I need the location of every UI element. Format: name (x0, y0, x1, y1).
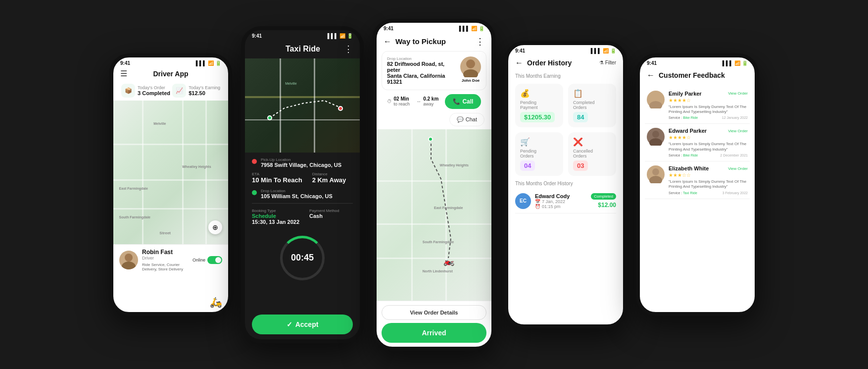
accept-label: Accept (295, 320, 319, 328)
drop-pin (338, 106, 343, 111)
fb-top-1: Emily Parker View Order (669, 91, 748, 97)
filter-btn[interactable]: ⚗ Filter (599, 60, 616, 65)
map-label-wheatley: Wheatley Heights (182, 165, 211, 168)
status-bar-5: 9:41 ▌▌▌ 📶 🔋 (640, 57, 755, 67)
drop-val-3: 82 Driftwood Road, st, peter Santa Clara… (387, 61, 456, 85)
view-order-2[interactable]: View Order (728, 129, 748, 133)
signal-4: ▌▌▌ (591, 48, 601, 53)
signal-icons-5: ▌▌▌ 📶 🔋 (723, 60, 748, 66)
call-button[interactable]: 📞 Call (445, 94, 481, 109)
driver-name-3: John Doe (462, 78, 480, 83)
fb-stars-3: ★★★☆☆ (669, 172, 748, 178)
cal-icon: 📅 (535, 199, 540, 204)
booking-row: Booking Type Schedule 15:30, 13 Jan 2022… (252, 203, 353, 225)
time-5: 9:41 (647, 60, 657, 66)
phone-driver-app: 9:41 ▌▌▌ 📶 🔋 ☰ Driver App 📦 Today's Orde… (109, 53, 232, 316)
signal-icons-1: ▌▌▌ 📶 🔋 (196, 60, 221, 66)
completed-orders-label: CompletedOrders (573, 100, 611, 110)
order-date-1: 📅 7 Jan, 2022 (535, 199, 587, 204)
pending-payment-icon: 💰 (520, 89, 558, 98)
p3-label-1: Wheatley Heights (440, 163, 469, 167)
p2-details: Pick-Up Location 7958 Swift Village, Chi… (245, 153, 360, 310)
more-icon-3[interactable]: ⋮ (476, 36, 484, 47)
arrived-button[interactable]: Arrived (382, 323, 486, 343)
map-label-south: South Farmingdale (119, 215, 150, 219)
distance-val: 2 Km Away (312, 176, 346, 184)
battery-icon: 🔋 (215, 60, 221, 66)
feedback-item-3: Elizabeth White View Order ★★★☆☆ "Lorem … (645, 161, 750, 199)
fb-name-3: Elizabeth White (669, 165, 709, 171)
completed-orders-val: 84 (573, 112, 588, 122)
location-btn[interactable]: ⊕ (208, 220, 222, 234)
accept-button[interactable]: ✓ Accept (252, 315, 353, 334)
payment-label: Payment Method (309, 209, 339, 213)
distance-meta: ↔ 0.2 km away (416, 96, 438, 106)
back-icon-4[interactable]: ← (515, 58, 523, 67)
fb-meta-1: Service : Bike Ride 12 January 2022 (669, 116, 748, 119)
stat-earning: 📈 Today's Earning $12.50 (172, 84, 220, 98)
pickup-row: Pick-Up Location 7958 Swift Village, Chi… (252, 158, 353, 168)
battery-4: 🔋 (610, 48, 616, 53)
checkmark-icon: ✓ (287, 320, 292, 328)
booking-type-val: Schedule (252, 213, 299, 219)
payment-val: Cash (309, 213, 339, 219)
p3-map-path (377, 129, 491, 301)
view-order-3[interactable]: View Order (728, 166, 748, 171)
signal-5: ▌▌▌ (723, 60, 733, 66)
booking-date: 15:30, 13 Jan 2022 (252, 219, 299, 225)
back-icon-5[interactable]: ← (647, 71, 655, 80)
signal-icons-4: ▌▌▌ 📶 🔋 (591, 48, 616, 53)
phone-way-to-pickup: 9:41 ▌▌▌ 📶 🔋 ← Way to Pickup ⋮ Drop Loca… (373, 19, 495, 351)
feedback-list: Emily Parker View Order ★★★★☆ "Lorem Ips… (640, 84, 755, 202)
fb-name-1: Emily Parker (669, 91, 702, 97)
menu-icon[interactable]: ☰ (120, 69, 127, 78)
phone-order-history: 9:41 ▌▌▌ 📶 🔋 ← Order History ⚗ Filter Th… (504, 41, 627, 328)
earning-label: Today's Earning (189, 85, 220, 90)
toggle-switch[interactable] (207, 256, 222, 264)
order-amount-1: $12.00 (598, 202, 616, 209)
fb-text-2: "Lorem Ipsum Is Simply Dummy Text Of The… (669, 142, 748, 152)
cancelled-orders-val: 03 (573, 160, 588, 171)
p1-map: Melville Wheatley Heights East Farmingda… (113, 101, 228, 244)
map-label-street: Street (159, 231, 171, 235)
view-order-1[interactable]: View Order (728, 91, 748, 96)
call-label: Call (462, 98, 473, 105)
p3-start-pin (428, 137, 433, 142)
feedback-avatar-2 (647, 128, 665, 146)
app-title: Driver App (153, 70, 188, 78)
driver-avatar-3 (460, 56, 481, 77)
pending-orders-card: 🛒 PendingOrders 04 (515, 132, 563, 176)
svg-point-0 (125, 254, 133, 262)
eta-row: ETA 10 Min To Reach Distance 2 Km Away (252, 172, 353, 184)
filter-icon: ⚗ (599, 60, 604, 65)
chat-icon: 💬 (457, 116, 464, 123)
status-bar-4: 9:41 ▌▌▌ 📶 🔋 (508, 45, 623, 54)
timer-area: 00:45 (252, 231, 353, 285)
time-meta: ⏱ 02 Min to reach (387, 96, 410, 106)
location-icon: ⊕ (212, 223, 218, 231)
view-order-button[interactable]: View Order Details (382, 305, 486, 320)
fb-text-1: "Lorem Ipsum Is Simply Dummy Text Of The… (669, 105, 748, 115)
online-toggle[interactable]: Online (193, 256, 222, 264)
p3-map: 🏍️ Wheatley Heights East Farmingdale Sou… (377, 129, 491, 301)
orders-label: Today's Order (138, 85, 170, 90)
more-icon[interactable]: ⋮ (344, 44, 353, 54)
drop-dot (252, 190, 257, 195)
back-icon-3[interactable]: ← (384, 37, 391, 46)
fb-name-2: Edward Parker (669, 128, 707, 134)
p2-map: Melville (245, 58, 360, 153)
feedback-avatar-1 (647, 91, 665, 108)
battery-5: 🔋 (742, 60, 748, 66)
online-label: Online (193, 258, 205, 263)
phone-customer-feedback: 9:41 ▌▌▌ 📶 🔋 ← Customer Feedback (636, 53, 759, 316)
distance-icon: ↔ (416, 99, 421, 104)
feedback-item-2: Edward Parker View Order ★★★★☆ "Lorem Ip… (645, 124, 750, 161)
time-1: 9:41 (120, 60, 130, 66)
chat-button[interactable]: 💬 Chat (449, 113, 484, 126)
fb-stars-1: ★★★★☆ (669, 98, 748, 103)
order-item-1: EC Edward Cody 📅 7 Jan, 2022 ⏰ 01:15 pm (515, 189, 616, 213)
map-label-melville: Melville (153, 122, 166, 125)
clock-icon: ⏱ (387, 99, 392, 104)
month-label: This Months Earning (508, 71, 623, 81)
phones-container: 9:41 ▌▌▌ 📶 🔋 ☰ Driver App 📦 Today's Orde… (109, 19, 759, 351)
